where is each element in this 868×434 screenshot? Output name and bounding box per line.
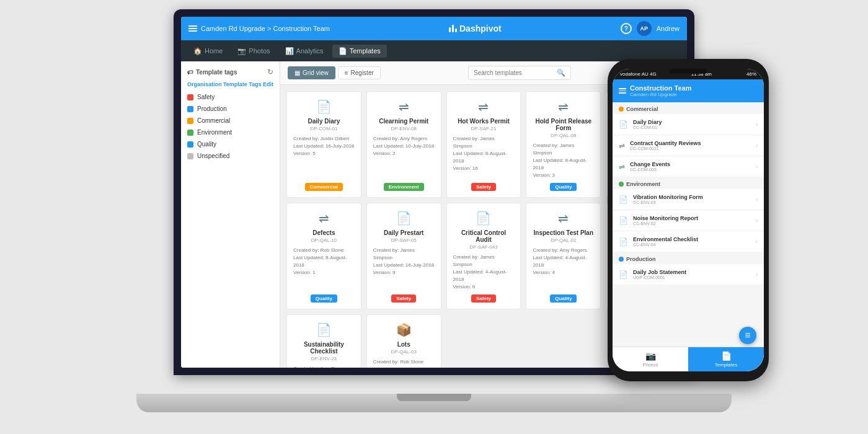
template-tag-badge: Safety [471,183,496,191]
phone-item-code: CC-ENV-04 [633,242,756,247]
template-meta: Created by: James SimpsonLast Updated: 1… [373,247,435,277]
phone-list-item[interactable]: 📄 Vibration Monitoring Form CC-ENV-03 › [613,189,764,210]
phone-item-code: CC-ENV-02 [633,221,756,226]
tag-item[interactable]: Production [181,103,280,115]
phone-item-title: Change Events [630,161,756,167]
template-card[interactable]: 📄 Daily Prestart DP-SAF-05 Created by: J… [366,203,441,309]
laptop-base [136,394,732,412]
phone-item-text: Daily Diary CC-COM-01 [633,119,756,130]
home-icon: 🏠 [193,47,202,55]
phone-item-text: Environmental Checklist CC-ENV-04 [633,236,756,247]
phone-item-icon: 📄 [619,216,628,225]
hamburger-menu[interactable] [188,25,197,32]
phone-content: Commercial 📄 Daily Diary CC-COM-01 › ⇌ C… [613,102,764,347]
edit-link[interactable]: Edit [263,81,273,87]
template-title: Daily Prestart [384,229,423,236]
breadcrumb-area: Camden Rd Upgrade > Construction Team [188,25,330,32]
view-buttons: ▦ Grid view ≡ Register [288,66,381,79]
tag-item[interactable]: Environment [181,126,280,138]
template-title: Sustainability Checklist [293,341,355,355]
template-title: Lots [397,341,410,348]
phone-item-title: Daily Job Statement [633,269,756,275]
template-icon: 📄 [316,99,332,114]
template-tag-badge: Quality [550,294,577,303]
tag-item[interactable]: Safety [181,91,280,103]
template-card[interactable]: 📄 Critical Control Audit DP-SAF-043 Crea… [446,203,521,309]
nav-item-templates[interactable]: 📄 Templates [332,45,387,58]
tag-label: Unspecified [197,153,229,159]
phone-item-title: Noise Monitoring Report [633,215,756,221]
nav-item-analytics[interactable]: 📊 Analytics [279,45,330,58]
template-meta: Created by: James SimpsonLast Updated: 8… [453,135,515,172]
template-card[interactable]: 📄 Sustainability Checklist DP-ENV-23 Cre… [286,314,361,368]
template-card[interactable]: ⇌ Hold Point Release Form DP-QAL-08 Crea… [526,91,601,198]
template-code: DP-ENV-08 [391,126,417,131]
template-code: DP-SAF-21 [471,126,497,131]
phone-list-item[interactable]: ⇌ Change Events CC-COM-009 › [613,156,764,177]
tag-label: Commercial [197,117,230,124]
chevron-right-icon: › [756,121,758,128]
template-card[interactable]: 📄 Daily Diary DP-COM-01 Created by: Just… [286,91,361,198]
tag-item[interactable]: Quality [181,138,280,150]
phone-item-icon: 📄 [619,270,628,279]
phone-bottom-nav-photos[interactable]: 📷 Photos [613,347,688,371]
template-code: DP-QAL-10 [311,237,337,243]
phone-list-item[interactable]: ⇌ Contract Quantity Reviews CC-COM-0011 … [613,135,764,156]
phone-hamburger[interactable] [619,88,626,94]
refresh-icon[interactable]: ↻ [267,68,273,76]
tag-icon: 🏷 [187,69,193,76]
phone-item-title: Vibration Monitoring Form [633,194,756,200]
register-view-button[interactable]: ≡ Register [338,66,381,79]
template-title: Hot Works Permit [458,118,510,125]
phone-top-nav: Construction Team Camden Rd Upgrade [613,79,764,102]
template-card[interactable]: 📦 Lots DP-QAL-03 Created by: Rob StoneLa… [366,314,441,368]
top-navigation: Camden Rd Upgrade > Construction Team Da… [181,17,687,40]
phone-section-dot [619,107,624,112]
nav-right-area: ? AP Andrew [621,21,680,36]
grid-view-button[interactable]: ▦ Grid view [288,66,335,79]
phone-list-item[interactable]: 📄 Noise Monitoring Report CC-ENV-02 › [613,210,764,231]
template-card[interactable]: ⇌ Defects DP-QAL-10 Created by: Rob Ston… [286,203,361,309]
template-card[interactable]: ⇌ Clearning Permit DP-ENV-08 Created by:… [366,91,441,198]
template-code: DP-QAL-03 [391,349,417,355]
phone-fab-button[interactable]: ≡ [739,327,756,344]
phone-bottom-nav-templates[interactable]: 📄 Templates [688,347,764,371]
nav-item-home[interactable]: 🏠 Home [187,45,229,58]
chevron-right-icon: › [756,238,758,245]
nav-analytics-label: Analytics [296,47,324,55]
phone-item-title: Environmental Checklist [633,236,756,242]
phone-screen: vodafone AU 4G 11:38 am 46% Construction… [613,69,764,371]
phone-list-item[interactable]: 📄 Daily Diary CC-COM-01 › [613,114,764,135]
tag-label: Environment [197,129,232,136]
template-card[interactable]: ⇌ Inspection Test Plan DP-QAL-02 Created… [526,203,601,309]
grid-view-label: Grid view [303,69,329,76]
avatar: AP [637,21,652,36]
help-button[interactable]: ? [621,23,632,34]
phone-item-title: Contract Quantity Reviews [630,140,756,146]
search-input[interactable] [474,69,554,76]
tag-color-dot [187,153,193,159]
phone-item-text: Vibration Monitoring Form CC-ENV-03 [633,194,756,205]
search-icon: 🔍 [557,69,565,77]
template-icon: ⇌ [478,99,489,114]
phone-section-header: Environment [613,177,764,189]
tag-label: Quality [197,141,216,148]
sidebar: 🏷 Template tags ↻ Organisation Template … [181,61,280,368]
tag-item[interactable]: Unspecified [181,150,280,162]
chevron-right-icon: › [756,217,758,224]
template-icon: ⇌ [399,99,409,114]
phone-list-item[interactable]: 📄 Environmental Checklist CC-ENV-04 › [613,231,764,252]
phone-section-header: Production [613,252,764,264]
tag-label: Production [197,105,227,112]
tag-item[interactable]: Commercial [181,115,280,126]
nav-home-label: Home [205,47,223,55]
template-card[interactable]: ⇌ Hot Works Permit DP-SAF-21 Created by:… [446,91,521,198]
phone-item-icon: ⇌ [619,141,625,150]
template-code: DP-QAL-08 [551,133,576,138]
template-title: Clearning Permit [379,118,428,125]
phone-list-item[interactable]: 📄 Daily Job Statement UGP-COM-0001 › [613,264,764,285]
nav-item-photos[interactable]: 📷 Photos [231,45,276,58]
template-code: DP-COM-01 [310,126,337,131]
search-box: 🔍 [468,66,571,80]
phone-nav-label: Photos [643,362,658,368]
